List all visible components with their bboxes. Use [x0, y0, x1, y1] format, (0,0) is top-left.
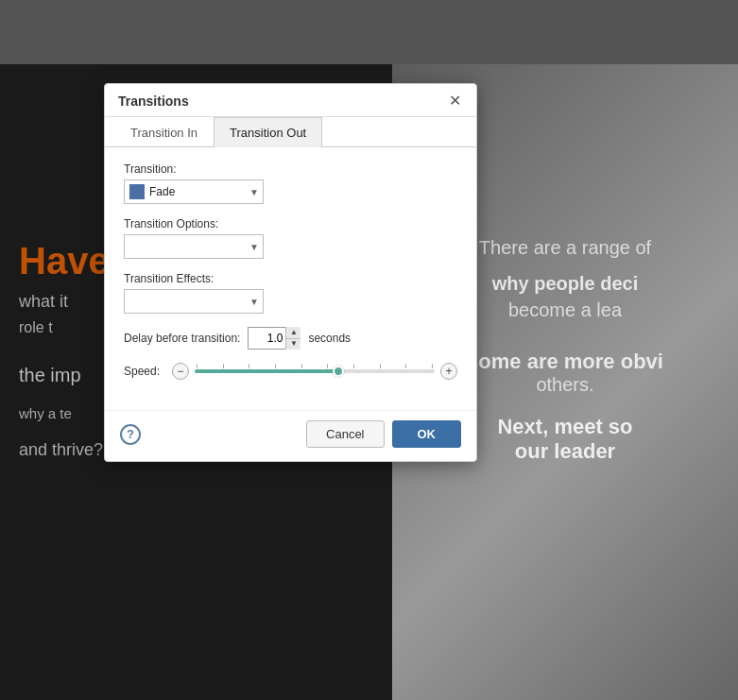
- seconds-label: seconds: [308, 332, 351, 345]
- transition-options-select[interactable]: [124, 234, 264, 259]
- tabs-container: Transition In Transition Out: [105, 117, 476, 147]
- speed-decrease-button[interactable]: −: [172, 363, 189, 380]
- speed-increase-button[interactable]: +: [440, 363, 457, 380]
- transition-effects-label: Transition Effects:: [124, 272, 457, 285]
- dialog-title: Transitions: [118, 94, 189, 109]
- speed-tick: [301, 364, 302, 368]
- speed-label: Speed:: [124, 365, 166, 378]
- ok-button[interactable]: OK: [392, 420, 462, 448]
- speed-row: Speed: −: [124, 363, 457, 380]
- speed-tick: [380, 364, 381, 368]
- close-button[interactable]: ✕: [447, 94, 463, 109]
- speed-fill: [195, 369, 338, 373]
- speed-tick: [197, 364, 197, 368]
- tab-transition-in[interactable]: Transition In: [114, 117, 214, 147]
- tab-transition-out[interactable]: Transition Out: [214, 117, 322, 147]
- transition-effects-select-wrap: ▼: [124, 289, 264, 314]
- dialog-overlay: Transitions ✕ Transition In Transition O…: [0, 0, 738, 700]
- speed-tick: [432, 364, 433, 368]
- speed-tick: [275, 364, 276, 368]
- speed-tick: [223, 364, 224, 368]
- delay-spinners: ▲ ▼: [285, 327, 300, 350]
- speed-tick: [405, 364, 406, 368]
- transition-select[interactable]: Fade Slide Wipe None: [124, 179, 264, 204]
- delay-row: Delay before transition: ▲ ▼ seconds: [124, 327, 457, 350]
- dialog-footer: ? Cancel OK: [105, 410, 476, 461]
- speed-ticks: [195, 364, 435, 368]
- transition-options-label: Transition Options:: [124, 217, 457, 230]
- speed-tick: [249, 364, 249, 368]
- delay-decrement-button[interactable]: ▼: [286, 339, 300, 350]
- transition-options-select-wrap: ▼: [124, 234, 264, 259]
- transition-options-row: Transition Options: ▼: [124, 217, 457, 259]
- speed-tick: [353, 364, 354, 368]
- speed-track: [195, 369, 435, 373]
- footer-buttons: Cancel OK: [306, 420, 461, 448]
- dialog-body: Transition: Fade Slide Wipe None ▼ Trans…: [105, 147, 476, 410]
- delay-input-wrap: ▲ ▼: [248, 327, 300, 350]
- delay-label: Delay before transition:: [124, 332, 240, 345]
- speed-tick: [327, 364, 328, 368]
- delay-increment-button[interactable]: ▲: [286, 327, 300, 339]
- help-button[interactable]: ?: [120, 424, 141, 445]
- transition-effects-row: Transition Effects: ▼: [124, 272, 457, 314]
- transition-label: Transition:: [124, 162, 457, 176]
- transitions-dialog: Transitions ✕ Transition In Transition O…: [104, 83, 477, 462]
- dialog-header: Transitions ✕: [105, 84, 476, 117]
- speed-slider-wrap[interactable]: [195, 363, 435, 380]
- cancel-button[interactable]: Cancel: [306, 420, 384, 448]
- speed-thumb[interactable]: [333, 366, 344, 377]
- transition-select-wrap: Fade Slide Wipe None ▼: [124, 179, 264, 204]
- transition-row: Transition: Fade Slide Wipe None ▼: [124, 162, 457, 204]
- transition-effects-select[interactable]: [124, 289, 264, 314]
